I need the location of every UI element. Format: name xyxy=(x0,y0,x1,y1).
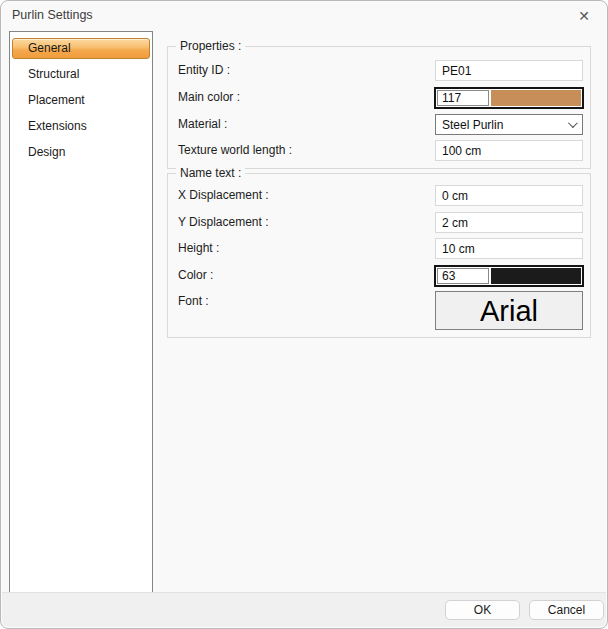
name-text-group-title: Name text : xyxy=(176,166,245,180)
texture-length-row: Texture world length : xyxy=(168,140,590,161)
sidebar-item-structural[interactable]: Structural xyxy=(12,64,150,85)
main-color-swatch[interactable] xyxy=(491,90,581,106)
sidebar-item-placement[interactable]: Placement xyxy=(12,90,150,111)
text-color-row: Color : xyxy=(168,265,590,286)
close-icon: ✕ xyxy=(578,8,590,24)
material-select[interactable]: Steel Purlin xyxy=(435,114,583,135)
entity-id-row: Entity ID : xyxy=(168,60,590,81)
x-displacement-label: X Displacement : xyxy=(178,185,269,206)
height-input[interactable] xyxy=(435,238,583,259)
x-displacement-row: X Displacement : xyxy=(168,185,590,206)
material-row: Material : Steel Purlin xyxy=(168,114,590,135)
font-label: Font : xyxy=(178,291,209,312)
main-color-label: Main color : xyxy=(178,87,240,108)
text-color-swatch[interactable] xyxy=(491,268,581,284)
sidebar-item-design[interactable]: Design xyxy=(12,142,150,163)
sidebar: General Structural Placement Extensions … xyxy=(9,31,153,593)
texture-length-label: Texture world length : xyxy=(178,140,292,161)
y-displacement-label: Y Displacement : xyxy=(178,212,269,233)
entity-id-label: Entity ID : xyxy=(178,60,230,81)
main-color-row: Main color : xyxy=(168,87,590,108)
main-color-index-input[interactable] xyxy=(437,90,489,106)
properties-group: Properties : Entity ID : Main color : Ma… xyxy=(167,46,591,169)
x-displacement-input[interactable] xyxy=(435,185,583,206)
purlin-settings-dialog: Purlin Settings ✕ General Structural Pla… xyxy=(0,0,608,629)
y-displacement-row: Y Displacement : xyxy=(168,212,590,233)
main-color-picker[interactable] xyxy=(434,87,584,109)
font-row: Font : Arial xyxy=(168,291,590,330)
cancel-button[interactable]: Cancel xyxy=(529,600,604,620)
sidebar-item-general[interactable]: General xyxy=(12,38,150,59)
material-label: Material : xyxy=(178,114,227,135)
texture-length-input[interactable] xyxy=(435,140,583,161)
entity-id-input[interactable] xyxy=(435,60,583,81)
y-displacement-input[interactable] xyxy=(435,212,583,233)
chevron-down-icon xyxy=(568,118,578,128)
text-color-label: Color : xyxy=(178,265,213,286)
material-selected-value: Steel Purlin xyxy=(442,118,503,132)
footer: OK Cancel xyxy=(2,592,606,627)
font-button[interactable]: Arial xyxy=(435,291,583,330)
text-color-index-input[interactable] xyxy=(437,268,489,284)
height-label: Height : xyxy=(178,238,219,259)
text-color-picker[interactable] xyxy=(434,265,584,287)
window-title: Purlin Settings xyxy=(12,8,93,22)
properties-group-title: Properties : xyxy=(176,39,245,53)
sidebar-item-extensions[interactable]: Extensions xyxy=(12,116,150,137)
close-button[interactable]: ✕ xyxy=(568,4,600,28)
ok-button[interactable]: OK xyxy=(445,600,520,620)
height-row: Height : xyxy=(168,238,590,259)
name-text-group: Name text : X Displacement : Y Displacem… xyxy=(167,173,591,338)
title-bar: Purlin Settings ✕ xyxy=(1,1,607,31)
